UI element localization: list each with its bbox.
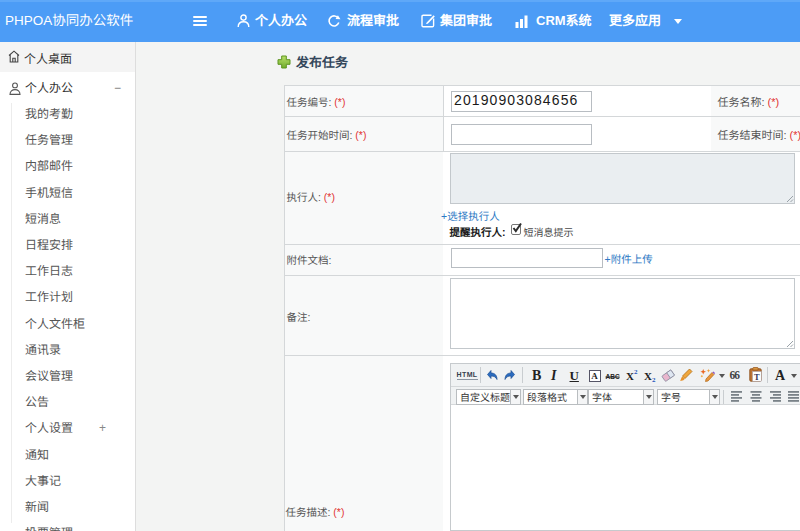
svg-text:T: T — [754, 372, 760, 382]
